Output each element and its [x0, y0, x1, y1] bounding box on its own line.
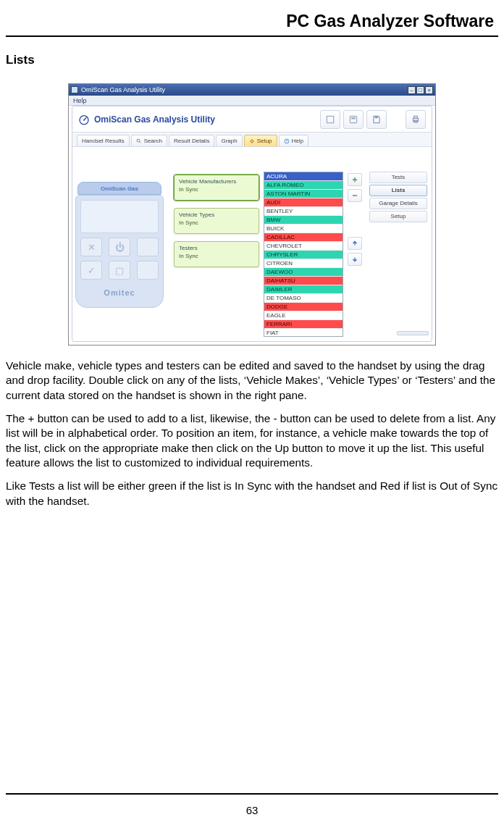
svg-rect-3	[350, 116, 356, 122]
card-vehicle-manufacturers[interactable]: Vehicle Manufacturers In Sync	[174, 175, 259, 201]
device-doc-button: ▢	[109, 261, 130, 280]
move-down-button[interactable]	[348, 253, 362, 266]
tab-setup[interactable]: Setup	[244, 135, 277, 146]
close-button[interactable]: ×	[425, 86, 433, 94]
gear-icon	[249, 138, 255, 144]
svg-point-9	[137, 139, 140, 142]
svg-rect-5	[375, 116, 378, 118]
list-item[interactable]: FIAT	[264, 329, 343, 337]
app-client-area: OmiScan Gas Analysis Utility Handset Res…	[72, 106, 432, 342]
screenshot-figure: OmiScan Gas Analysis Utility – □ × Help …	[68, 83, 436, 346]
card-title: Testers	[179, 245, 254, 251]
app-header-title: OmiScan Gas Analysis Utility	[94, 114, 317, 125]
device-illustration: OmiScan Gas ✕ ⏻ ✓ ▢	[75, 182, 164, 308]
side-tab-garage-details[interactable]: Garage Details	[369, 198, 427, 209]
list-item[interactable]: CHRYSLER	[264, 251, 343, 259]
search-icon	[136, 138, 142, 144]
list-item[interactable]: EAGLE	[264, 311, 343, 320]
card-status: In Sync	[179, 253, 254, 259]
device-check-button: ✓	[80, 261, 102, 280]
svg-rect-7	[414, 116, 418, 118]
list-item[interactable]: CITROEN	[264, 259, 343, 268]
window-titlebar: OmiScan Gas Analysis Utility – □ ×	[69, 84, 435, 96]
svg-point-10	[251, 140, 253, 142]
maximize-button[interactable]: □	[416, 86, 424, 94]
minimize-button[interactable]: –	[408, 86, 416, 94]
app-header: OmiScan Gas Analysis Utility	[72, 106, 432, 133]
toolbar-btn-1[interactable]	[320, 110, 340, 129]
menu-bar: Help	[69, 96, 435, 106]
page-number: 63	[0, 804, 504, 816]
device-x-button: ✕	[80, 238, 102, 256]
window-buttons: – □ ×	[408, 86, 433, 94]
list-item[interactable]: AUDI	[264, 198, 343, 207]
list-item[interactable]: DODGE	[264, 303, 343, 311]
list-item[interactable]: BUICK	[264, 225, 343, 233]
list-item[interactable]: DE TOMASO	[264, 294, 343, 303]
device-blank-button-1	[137, 238, 159, 256]
move-up-button[interactable]	[348, 237, 362, 250]
app-icon	[71, 86, 78, 93]
content-area: OmiScan Gas ✕ ⏻ ✓ ▢	[77, 172, 427, 337]
device-screen	[80, 200, 159, 233]
svg-text:?: ?	[285, 139, 287, 143]
card-testers[interactable]: Testers In Sync	[174, 241, 259, 267]
category-pane: Vehicle Manufacturers In Sync Vehicle Ty…	[174, 172, 259, 337]
svg-rect-2	[327, 116, 333, 122]
list-item[interactable]: DAIMLER	[264, 285, 343, 294]
list-item[interactable]: DAIHATSU	[264, 277, 343, 285]
svg-point-1	[83, 119, 85, 120]
print-button[interactable]	[406, 110, 426, 129]
page-title: PC Gas Analyzer Software	[6, 9, 498, 31]
tab-graph[interactable]: Graph	[216, 135, 242, 146]
list-item[interactable]: ASTON MARTIN	[264, 190, 343, 198]
window-title: OmiScan Gas Analysis Utility	[81, 86, 408, 93]
tab-search[interactable]: Search	[131, 135, 167, 146]
card-status: In Sync	[179, 186, 254, 193]
device-label: OmiScan Gas	[77, 182, 161, 195]
divider-bottom	[6, 793, 498, 795]
h-scrollbar[interactable]	[397, 331, 429, 335]
add-button[interactable]	[348, 173, 362, 186]
card-vehicle-types[interactable]: Vehicle Types In Sync	[174, 208, 259, 234]
toolbar-btn-2[interactable]	[343, 110, 364, 129]
device-brand: Omitec	[80, 288, 159, 297]
card-title: Vehicle Manufacturers	[179, 178, 254, 185]
list-pane[interactable]: ACURA ALFA ROMEO ASTON MARTIN AUDI BENTL…	[264, 172, 343, 337]
list-item[interactable]: BMW	[264, 216, 343, 225]
gauge-icon	[78, 114, 90, 125]
list-item[interactable]: FERRARI	[264, 320, 343, 329]
list-item[interactable]: BENTLEY	[264, 207, 343, 216]
list-item[interactable]: DAEWOO	[264, 268, 343, 277]
tab-handset-results[interactable]: Handset Results	[77, 135, 130, 146]
divider-top	[6, 35, 498, 37]
device-pane: OmiScan Gas ✕ ⏻ ✓ ▢	[77, 172, 169, 337]
card-title: Vehicle Types	[179, 212, 254, 218]
app-window: OmiScan Gas Analysis Utility – □ × Help …	[68, 83, 436, 346]
help-icon: ?	[284, 138, 290, 144]
tab-help[interactable]: ?Help	[279, 135, 308, 146]
tab-result-details[interactable]: Result Details	[169, 135, 214, 146]
menu-help[interactable]: Help	[73, 97, 87, 104]
svg-rect-4	[351, 117, 356, 119]
save-button[interactable]	[366, 110, 387, 129]
list-item[interactable]: CHEVROLET	[264, 242, 343, 251]
section-heading: Lists	[6, 53, 498, 67]
paragraph-1: Vehicle make, vehicle types and testers …	[6, 359, 498, 403]
list-controls	[348, 172, 364, 337]
list-item[interactable]: CADILLAC	[264, 233, 343, 242]
tab-bar: Handset Results Search Result Details Gr…	[72, 133, 432, 147]
side-tab-pane: Tests Lists Garage Details Setup	[369, 172, 427, 337]
device-blank-button-2	[137, 261, 159, 280]
list-item[interactable]: ALFA ROMEO	[264, 181, 343, 190]
side-tab-setup[interactable]: Setup	[369, 211, 427, 222]
side-tab-tests[interactable]: Tests	[369, 172, 427, 183]
device-power-button: ⏻	[109, 238, 130, 256]
side-tab-lists[interactable]: Lists	[369, 185, 427, 196]
paragraph-3: Like Tests a list will be either green i…	[6, 479, 498, 508]
paragraph-2: The + button can be used to add to a lis…	[6, 411, 498, 470]
card-status: In Sync	[179, 219, 254, 226]
remove-button[interactable]	[348, 189, 362, 202]
list-item[interactable]: ACURA	[264, 172, 343, 181]
